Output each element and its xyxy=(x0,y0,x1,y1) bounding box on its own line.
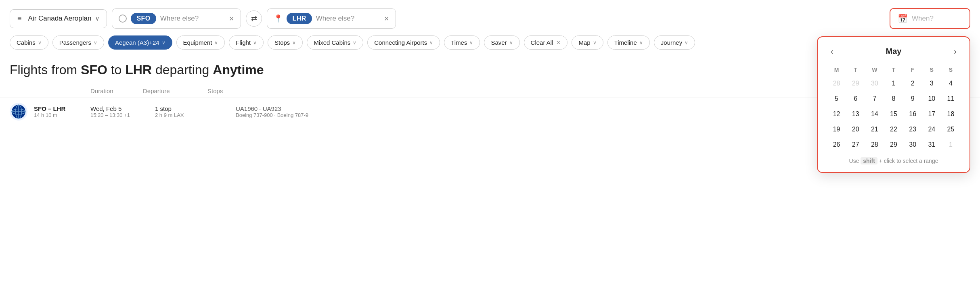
cal-day: 1 xyxy=(942,137,960,152)
filter-chevron-icon-connecting-airports: ∨ xyxy=(429,40,433,46)
cal-day[interactable]: 22 xyxy=(884,122,903,137)
cal-day[interactable]: 9 xyxy=(904,92,922,106)
cal-day[interactable]: 20 xyxy=(846,122,865,137)
cal-day-header: S xyxy=(942,64,960,75)
destination-clear-icon[interactable]: ✕ xyxy=(384,15,389,23)
filter-chevron-icon-equipment: ∨ xyxy=(214,40,218,46)
filter-label-mixed-cabins: Mixed Cabins xyxy=(314,39,350,46)
cal-day[interactable]: 1 xyxy=(884,76,903,91)
cal-day-header: M xyxy=(827,64,846,75)
filter-label-saver: Saver xyxy=(491,39,507,46)
calendar-overlay: ‹ May › MTWTFSS2829301234567891011121314… xyxy=(817,36,970,173)
filter-btn-map[interactable]: Map∨ xyxy=(572,35,603,50)
filter-btn-journey[interactable]: Journey∨ xyxy=(654,35,695,50)
cal-day-header: F xyxy=(904,64,922,75)
cal-day[interactable]: 8 xyxy=(884,92,903,106)
cal-day[interactable]: 18 xyxy=(942,107,960,121)
cal-day[interactable]: 3 xyxy=(923,76,941,91)
cal-day[interactable]: 13 xyxy=(846,107,865,121)
filter-btn-clear-all[interactable]: Clear All✕ xyxy=(524,35,568,50)
cal-day[interactable]: 12 xyxy=(827,107,846,121)
cal-day[interactable]: 17 xyxy=(923,107,941,121)
filter-btn-flight[interactable]: Flight∨ xyxy=(229,35,264,50)
filter-btn-cabins[interactable]: Cabins∨ xyxy=(10,35,48,50)
filter-label-flight: Flight xyxy=(236,39,251,46)
cal-day-header: T xyxy=(846,64,865,75)
cal-day[interactable]: 28 xyxy=(865,137,884,152)
cal-day[interactable]: 24 xyxy=(923,122,941,137)
cal-day[interactable]: 10 xyxy=(923,92,941,106)
cal-day[interactable]: 16 xyxy=(904,107,922,121)
airline-chevron-icon: ∨ xyxy=(95,15,99,22)
next-month-button[interactable]: › xyxy=(951,45,960,58)
stops-main: 1 stop xyxy=(155,105,236,112)
filter-label-times: Times xyxy=(451,39,467,46)
filter-chevron-icon-passengers: ∨ xyxy=(94,40,97,46)
airline-logo-circle xyxy=(10,103,27,121)
filter-label-stops: Stops xyxy=(274,39,290,46)
plane-types: Boeing 737-900 · Boeing 787-9 xyxy=(236,112,833,118)
origin-clear-icon[interactable]: ✕ xyxy=(229,15,234,23)
filter-close-icon-clear-all[interactable]: ✕ xyxy=(556,40,561,46)
filter-chevron-icon-airlines: ∨ xyxy=(162,40,165,46)
filter-chevron-icon-map: ∨ xyxy=(593,40,597,46)
cal-day[interactable]: 5 xyxy=(827,92,846,106)
route-duration: 14 h 10 m xyxy=(34,112,90,118)
filter-label-cabins: Cabins xyxy=(17,39,36,46)
flight-info: UA1960 · UA923 Boeing 737-900 · Boeing 7… xyxy=(236,105,833,118)
route-info: SFO – LHR 14 h 10 m xyxy=(34,105,90,118)
cal-day[interactable]: 27 xyxy=(846,137,865,152)
filter-btn-stops[interactable]: Stops∨ xyxy=(268,35,303,50)
cal-day[interactable]: 2 xyxy=(904,76,922,91)
destination-badge: LHR xyxy=(287,13,312,24)
cal-day[interactable]: 19 xyxy=(827,122,846,137)
cal-day[interactable]: 15 xyxy=(884,107,903,121)
shift-key: shift xyxy=(861,157,877,164)
origin-field[interactable]: SFO Where else? ✕ xyxy=(112,8,241,29)
cal-day[interactable]: 30 xyxy=(904,137,922,152)
cal-day[interactable]: 21 xyxy=(865,122,884,137)
filter-chevron-icon-saver: ∨ xyxy=(509,40,513,46)
airline-label: Air Canada Aeroplan xyxy=(28,15,92,23)
cal-day[interactable]: 26 xyxy=(827,137,846,152)
filter-chevron-icon-flight: ∨ xyxy=(253,40,257,46)
filter-btn-equipment[interactable]: Equipment∨ xyxy=(176,35,225,50)
cal-day-header: T xyxy=(884,64,903,75)
prev-month-button[interactable]: ‹ xyxy=(827,45,837,58)
filter-btn-saver[interactable]: Saver∨ xyxy=(484,35,519,50)
cal-day[interactable]: 4 xyxy=(942,76,960,91)
destination-field[interactable]: 📍 LHR Where else? ✕ xyxy=(267,8,396,29)
filter-btn-connecting-airports[interactable]: Connecting Airports∨ xyxy=(367,35,440,50)
flight-numbers: UA1960 · UA923 xyxy=(236,105,833,112)
col-header-stops: Stops xyxy=(207,87,288,94)
filter-btn-times[interactable]: Times∨ xyxy=(444,35,480,50)
filter-btn-passengers[interactable]: Passengers∨ xyxy=(52,35,104,50)
col-header-departure: Departure xyxy=(143,87,207,94)
airline-selector[interactable]: ≡ Air Canada Aeroplan ∨ xyxy=(10,9,107,28)
airline-logo xyxy=(10,103,34,121)
cal-day[interactable]: 6 xyxy=(846,92,865,106)
cal-day[interactable]: 23 xyxy=(904,122,922,137)
route-main: SFO – LHR xyxy=(34,105,90,112)
calendar-hint: Use shift + click to select a range xyxy=(827,158,960,164)
cal-day[interactable]: 11 xyxy=(942,92,960,106)
cal-day[interactable]: 14 xyxy=(865,107,884,121)
swap-button[interactable]: ⇄ xyxy=(246,10,262,27)
filter-btn-airlines[interactable]: Aegean (A3)+24∨ xyxy=(108,35,172,50)
filter-label-timeline: Timeline xyxy=(614,39,637,46)
when-field[interactable]: 📅 When? xyxy=(890,8,970,29)
when-label: When? xyxy=(912,15,934,23)
cal-day[interactable]: 7 xyxy=(865,92,884,106)
cal-day[interactable]: 25 xyxy=(942,122,960,137)
cal-day[interactable]: 31 xyxy=(923,137,941,152)
filter-label-connecting-airports: Connecting Airports xyxy=(374,39,427,46)
cal-day[interactable]: 29 xyxy=(884,137,903,152)
filter-label-airlines: Aegean (A3)+24 xyxy=(115,39,159,46)
origin-badge: SFO xyxy=(131,13,156,24)
top-bar: ≡ Air Canada Aeroplan ∨ SFO Where else? … xyxy=(0,0,980,29)
filter-btn-timeline[interactable]: Timeline∨ xyxy=(607,35,650,50)
filter-chevron-icon-cabins: ∨ xyxy=(38,40,42,46)
filter-label-map: Map xyxy=(578,39,590,46)
dep-time: 15:20 – 13:30 +1 xyxy=(90,112,155,118)
filter-btn-mixed-cabins[interactable]: Mixed Cabins∨ xyxy=(307,35,363,50)
